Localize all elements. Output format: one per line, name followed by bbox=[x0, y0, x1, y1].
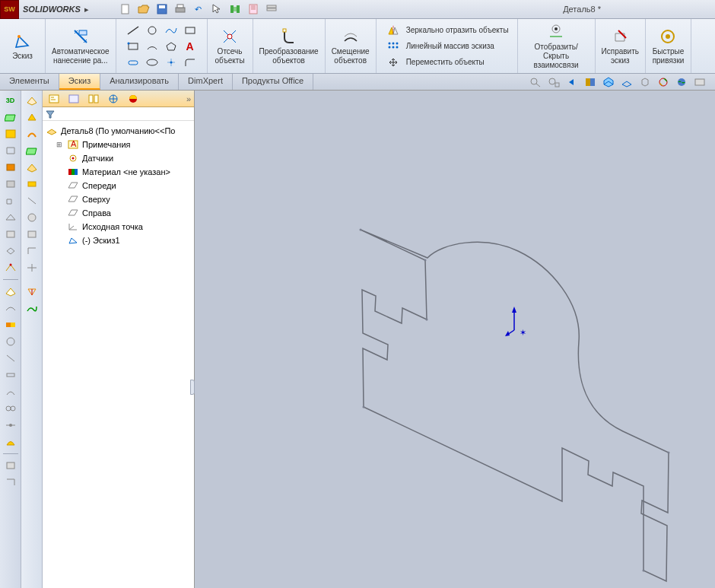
feature-icon-17[interactable] bbox=[3, 435, 18, 449]
vt-icon-12[interactable] bbox=[24, 285, 40, 299]
expand-icon[interactable]: ⊞ bbox=[56, 141, 64, 148]
line-icon[interactable] bbox=[125, 24, 141, 37]
new-icon[interactable] bbox=[119, 3, 132, 15]
auto-dimension-button[interactable]: Автоматическое нанесение ра... bbox=[52, 27, 110, 65]
move-icon[interactable] bbox=[385, 56, 402, 69]
zoom-fit-icon[interactable] bbox=[528, 75, 543, 89]
tab-dimxpert[interactable]: DimXpert bbox=[179, 74, 233, 90]
arc-icon[interactable] bbox=[144, 40, 160, 53]
viewport[interactable]: ✶ bbox=[195, 91, 715, 588]
spline-icon[interactable] bbox=[163, 24, 180, 37]
corner-rect-icon[interactable] bbox=[125, 40, 141, 53]
vt-icon-4[interactable] bbox=[24, 144, 40, 157]
tree-top-plane[interactable]: Сверху bbox=[46, 192, 191, 206]
feature-icon-18[interactable] bbox=[3, 459, 18, 472]
tree-right-plane[interactable]: Справа bbox=[46, 206, 191, 220]
undo-icon[interactable]: ↶ bbox=[192, 3, 205, 15]
rebuild-icon[interactable] bbox=[229, 3, 241, 15]
3d-view-icon[interactable]: 3D bbox=[3, 94, 18, 107]
move-label[interactable]: Переместить объекты bbox=[406, 58, 485, 66]
previous-view-icon[interactable] bbox=[564, 75, 580, 89]
view-settings-icon[interactable] bbox=[692, 75, 707, 89]
title-dropdown-icon[interactable]: ▸ bbox=[84, 5, 89, 14]
feature-icon-4[interactable] bbox=[3, 177, 18, 191]
vt-icon-8[interactable] bbox=[24, 211, 40, 224]
vt-icon-9[interactable] bbox=[24, 227, 40, 241]
fillet-icon[interactable] bbox=[182, 56, 199, 69]
print-icon[interactable] bbox=[174, 3, 186, 15]
tree-tab-feature-icon[interactable] bbox=[46, 92, 62, 106]
sketch-plane-icon[interactable] bbox=[3, 110, 18, 124]
tree-origin[interactable]: Исходная точка bbox=[46, 220, 191, 234]
feature-icon-14[interactable] bbox=[3, 385, 18, 399]
mirror-icon[interactable] bbox=[385, 24, 402, 37]
display-relations-button[interactable]: Отобразить/Скрыть взаимосвязи bbox=[524, 23, 589, 70]
pattern-icon[interactable] bbox=[385, 40, 402, 53]
feature-icon-1[interactable] bbox=[3, 127, 18, 141]
feature-icon-7[interactable] bbox=[3, 227, 18, 241]
tree-tab-dim-icon[interactable] bbox=[105, 92, 122, 106]
tree-root[interactable]: Деталь8 (По умолчанию<<По bbox=[46, 124, 191, 138]
feature-icon-16[interactable] bbox=[3, 418, 18, 432]
slot-icon[interactable] bbox=[125, 56, 141, 69]
select-icon[interactable] bbox=[211, 3, 223, 15]
appearance-icon[interactable] bbox=[656, 75, 671, 89]
pattern-label[interactable]: Линейный массив эскиза bbox=[406, 42, 494, 50]
open-icon[interactable] bbox=[138, 3, 150, 15]
sketch-geometry[interactable] bbox=[361, 230, 669, 581]
ellipse-icon[interactable] bbox=[144, 56, 160, 69]
feature-icon-2[interactable] bbox=[3, 144, 18, 157]
hide-show-icon[interactable] bbox=[637, 75, 653, 89]
feature-icon-8[interactable] bbox=[3, 244, 18, 258]
tree-front-plane[interactable]: Спереди bbox=[46, 179, 191, 192]
tree-material[interactable]: Материал <не указан> bbox=[46, 165, 191, 179]
rectangle-icon[interactable] bbox=[182, 24, 199, 37]
mirror-label[interactable]: Зеркально отразить объекты bbox=[406, 26, 509, 34]
tree-tab-config-icon[interactable] bbox=[85, 92, 102, 106]
convert-button[interactable]: Преобразование объектов bbox=[259, 27, 319, 65]
tree-expand-icon[interactable]: » bbox=[186, 94, 191, 103]
trim-button[interactable]: Отсечь объекты bbox=[215, 27, 245, 65]
tree-annotations[interactable]: ⊞ A Примечания bbox=[46, 138, 191, 151]
vt-icon-6[interactable] bbox=[24, 177, 40, 191]
text-icon[interactable]: A bbox=[182, 40, 199, 53]
polygon-icon[interactable] bbox=[163, 40, 180, 53]
offset-button[interactable]: Смещение объектов bbox=[332, 27, 370, 65]
tree-tab-render-icon[interactable] bbox=[125, 92, 141, 106]
vt-icon-11[interactable] bbox=[24, 261, 40, 275]
sketch-button[interactable]: Эскиз bbox=[12, 32, 33, 61]
repair-button[interactable]: Исправить эскиз bbox=[602, 27, 639, 65]
ref-geom-icon[interactable] bbox=[3, 284, 18, 298]
settings-icon[interactable] bbox=[265, 3, 278, 15]
tab-office[interactable]: Продукты Office bbox=[233, 74, 313, 90]
tree-sketch1[interactable]: (-) Эскиз1 bbox=[46, 234, 191, 247]
options-icon[interactable] bbox=[247, 3, 259, 15]
tree-filter[interactable] bbox=[43, 107, 194, 121]
display-style-icon[interactable] bbox=[619, 75, 634, 89]
vt-icon-10[interactable] bbox=[24, 244, 40, 258]
vt-icon-1[interactable] bbox=[24, 94, 40, 107]
feature-icon-19[interactable] bbox=[3, 475, 18, 489]
vt-icon-7[interactable] bbox=[24, 194, 40, 208]
feature-icon-6[interactable] bbox=[3, 211, 18, 224]
circle-icon[interactable] bbox=[144, 24, 160, 37]
zoom-area-icon[interactable] bbox=[546, 75, 561, 89]
feature-icon-12[interactable] bbox=[3, 351, 18, 365]
feature-icon-11[interactable] bbox=[3, 335, 18, 348]
feature-icon-13[interactable] bbox=[3, 368, 18, 382]
feature-icon-15[interactable] bbox=[3, 402, 18, 415]
tree-tab-property-icon[interactable] bbox=[65, 92, 82, 106]
tab-sketch[interactable]: Эскиз bbox=[59, 74, 100, 90]
vt-icon-3[interactable] bbox=[24, 127, 40, 141]
tab-analyze[interactable]: Анализировать bbox=[100, 74, 179, 90]
tree-sensors[interactable]: Датчики bbox=[46, 151, 191, 165]
section-view-icon[interactable] bbox=[583, 75, 598, 89]
feature-icon-5[interactable] bbox=[3, 194, 18, 208]
save-icon[interactable] bbox=[156, 3, 168, 15]
feature-icon-3[interactable] bbox=[3, 161, 18, 174]
feature-icon-10[interactable] bbox=[3, 318, 18, 332]
tab-elements[interactable]: Элементы bbox=[0, 74, 59, 90]
curves-icon[interactable] bbox=[3, 301, 18, 315]
panel-splitter[interactable] bbox=[190, 380, 195, 395]
vt-icon-2[interactable] bbox=[24, 110, 40, 124]
